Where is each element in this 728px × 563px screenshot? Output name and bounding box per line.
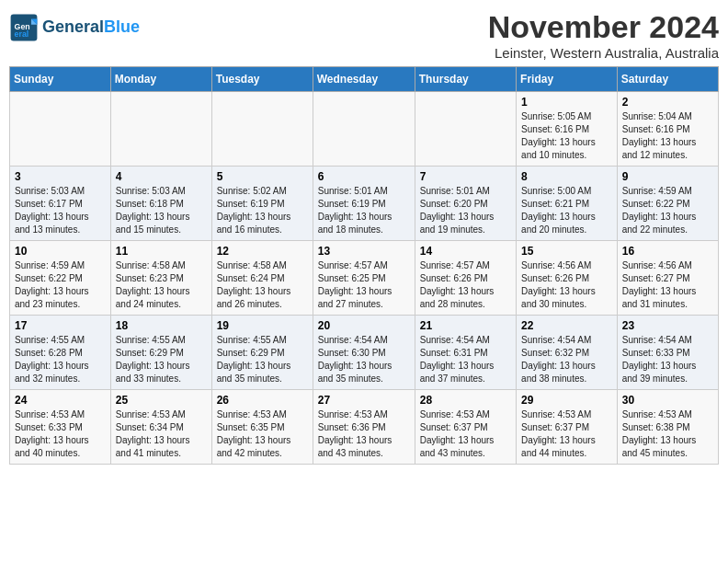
weekday-header: Friday bbox=[517, 67, 618, 92]
day-number: 14 bbox=[420, 245, 511, 258]
calendar-cell: 14Sunrise: 4:57 AM Sunset: 6:26 PM Dayli… bbox=[415, 241, 516, 316]
day-number: 27 bbox=[318, 394, 410, 407]
day-info: Sunrise: 4:54 AM Sunset: 6:30 PM Dayligh… bbox=[318, 335, 392, 384]
day-number: 2 bbox=[622, 96, 713, 109]
day-number: 29 bbox=[521, 394, 612, 407]
calendar-cell: 29Sunrise: 4:53 AM Sunset: 6:37 PM Dayli… bbox=[517, 390, 618, 465]
calendar-cell bbox=[110, 92, 211, 167]
calendar-week: 1Sunrise: 5:05 AM Sunset: 6:16 PM Daylig… bbox=[10, 92, 719, 167]
calendar-cell: 19Sunrise: 4:55 AM Sunset: 6:29 PM Dayli… bbox=[211, 316, 313, 390]
logo-text-line1: GeneralBlue bbox=[42, 18, 140, 37]
calendar-cell: 23Sunrise: 4:54 AM Sunset: 6:33 PM Dayli… bbox=[617, 316, 718, 390]
day-number: 7 bbox=[420, 170, 511, 183]
day-number: 4 bbox=[116, 170, 207, 183]
calendar-cell: 11Sunrise: 4:58 AM Sunset: 6:23 PM Dayli… bbox=[110, 241, 211, 316]
day-info: Sunrise: 4:53 AM Sunset: 6:34 PM Dayligh… bbox=[116, 409, 190, 458]
calendar-cell: 5Sunrise: 5:02 AM Sunset: 6:19 PM Daylig… bbox=[211, 167, 313, 241]
calendar-cell: 7Sunrise: 5:01 AM Sunset: 6:20 PM Daylig… bbox=[415, 167, 516, 241]
weekday-header: Sunday bbox=[10, 67, 111, 92]
calendar-table: SundayMondayTuesdayWednesdayThursdayFrid… bbox=[9, 66, 719, 465]
title-area: November 2024 Leinster, Western Australi… bbox=[488, 9, 719, 61]
calendar-cell bbox=[415, 92, 516, 167]
calendar-cell: 3Sunrise: 5:03 AM Sunset: 6:17 PM Daylig… bbox=[10, 167, 111, 241]
calendar-cell: 10Sunrise: 4:59 AM Sunset: 6:22 PM Dayli… bbox=[10, 241, 111, 316]
day-info: Sunrise: 4:56 AM Sunset: 6:26 PM Dayligh… bbox=[521, 260, 596, 309]
calendar-cell: 28Sunrise: 4:53 AM Sunset: 6:37 PM Dayli… bbox=[415, 390, 516, 465]
day-info: Sunrise: 4:53 AM Sunset: 6:38 PM Dayligh… bbox=[622, 409, 697, 458]
calendar-cell: 4Sunrise: 5:03 AM Sunset: 6:18 PM Daylig… bbox=[110, 167, 211, 241]
day-number: 12 bbox=[217, 245, 308, 258]
calendar-cell: 15Sunrise: 4:56 AM Sunset: 6:26 PM Dayli… bbox=[517, 241, 618, 316]
day-number: 1 bbox=[521, 96, 612, 109]
calendar-cell: 2Sunrise: 5:04 AM Sunset: 6:16 PM Daylig… bbox=[617, 92, 718, 167]
main-title: November 2024 bbox=[488, 9, 719, 45]
day-info: Sunrise: 4:53 AM Sunset: 6:33 PM Dayligh… bbox=[15, 409, 89, 458]
svg-text:eral: eral bbox=[15, 29, 29, 39]
day-number: 15 bbox=[521, 245, 612, 258]
calendar-cell: 17Sunrise: 4:55 AM Sunset: 6:28 PM Dayli… bbox=[10, 316, 111, 390]
day-number: 16 bbox=[622, 245, 713, 258]
day-info: Sunrise: 4:59 AM Sunset: 6:22 PM Dayligh… bbox=[15, 260, 89, 309]
calendar-body: 1Sunrise: 5:05 AM Sunset: 6:16 PM Daylig… bbox=[10, 92, 719, 465]
day-info: Sunrise: 4:53 AM Sunset: 6:37 PM Dayligh… bbox=[521, 409, 596, 458]
day-info: Sunrise: 4:53 AM Sunset: 6:37 PM Dayligh… bbox=[420, 409, 495, 458]
calendar-cell: 16Sunrise: 4:56 AM Sunset: 6:27 PM Dayli… bbox=[617, 241, 718, 316]
calendar-cell: 12Sunrise: 4:58 AM Sunset: 6:24 PM Dayli… bbox=[211, 241, 313, 316]
day-info: Sunrise: 4:56 AM Sunset: 6:27 PM Dayligh… bbox=[622, 260, 697, 309]
day-number: 8 bbox=[521, 170, 612, 183]
day-number: 22 bbox=[521, 319, 612, 332]
day-info: Sunrise: 4:53 AM Sunset: 6:35 PM Dayligh… bbox=[217, 409, 291, 458]
calendar-cell bbox=[313, 92, 415, 167]
day-number: 3 bbox=[15, 170, 106, 183]
calendar-header: SundayMondayTuesdayWednesdayThursdayFrid… bbox=[10, 67, 719, 92]
day-number: 5 bbox=[217, 170, 308, 183]
day-info: Sunrise: 4:54 AM Sunset: 6:32 PM Dayligh… bbox=[521, 335, 596, 384]
logo-icon: Gen eral bbox=[9, 13, 39, 42]
calendar-cell: 8Sunrise: 5:00 AM Sunset: 6:21 PM Daylig… bbox=[517, 167, 618, 241]
header: Gen eral GeneralBlue November 2024 Leins… bbox=[9, 9, 719, 61]
day-info: Sunrise: 4:55 AM Sunset: 6:29 PM Dayligh… bbox=[116, 335, 190, 384]
calendar-cell: 30Sunrise: 4:53 AM Sunset: 6:38 PM Dayli… bbox=[617, 390, 718, 465]
day-number: 13 bbox=[318, 245, 410, 258]
day-info: Sunrise: 4:54 AM Sunset: 6:33 PM Dayligh… bbox=[622, 335, 697, 384]
day-info: Sunrise: 4:59 AM Sunset: 6:22 PM Dayligh… bbox=[622, 186, 697, 235]
weekday-header: Monday bbox=[110, 67, 211, 92]
day-info: Sunrise: 4:57 AM Sunset: 6:26 PM Dayligh… bbox=[420, 260, 495, 309]
day-number: 21 bbox=[420, 319, 511, 332]
day-info: Sunrise: 4:55 AM Sunset: 6:28 PM Dayligh… bbox=[15, 335, 89, 384]
calendar-cell: 13Sunrise: 4:57 AM Sunset: 6:25 PM Dayli… bbox=[313, 241, 415, 316]
calendar-cell: 18Sunrise: 4:55 AM Sunset: 6:29 PM Dayli… bbox=[110, 316, 211, 390]
day-info: Sunrise: 4:53 AM Sunset: 6:36 PM Dayligh… bbox=[318, 409, 392, 458]
weekday-header: Saturday bbox=[617, 67, 718, 92]
day-info: Sunrise: 5:02 AM Sunset: 6:19 PM Dayligh… bbox=[217, 186, 291, 235]
calendar-cell: 27Sunrise: 4:53 AM Sunset: 6:36 PM Dayli… bbox=[313, 390, 415, 465]
calendar-cell: 20Sunrise: 4:54 AM Sunset: 6:30 PM Dayli… bbox=[313, 316, 415, 390]
day-number: 11 bbox=[116, 245, 207, 258]
calendar-cell bbox=[211, 92, 313, 167]
day-number: 30 bbox=[622, 394, 713, 407]
calendar-cell: 22Sunrise: 4:54 AM Sunset: 6:32 PM Dayli… bbox=[517, 316, 618, 390]
calendar-week: 3Sunrise: 5:03 AM Sunset: 6:17 PM Daylig… bbox=[10, 167, 719, 241]
calendar-cell: 6Sunrise: 5:01 AM Sunset: 6:19 PM Daylig… bbox=[313, 167, 415, 241]
day-number: 19 bbox=[217, 319, 308, 332]
day-info: Sunrise: 5:05 AM Sunset: 6:16 PM Dayligh… bbox=[521, 111, 596, 160]
day-number: 20 bbox=[318, 319, 410, 332]
calendar-cell: 25Sunrise: 4:53 AM Sunset: 6:34 PM Dayli… bbox=[110, 390, 211, 465]
calendar-cell: 9Sunrise: 4:59 AM Sunset: 6:22 PM Daylig… bbox=[617, 167, 718, 241]
calendar-week: 10Sunrise: 4:59 AM Sunset: 6:22 PM Dayli… bbox=[10, 241, 719, 316]
calendar-cell: 24Sunrise: 4:53 AM Sunset: 6:33 PM Dayli… bbox=[10, 390, 111, 465]
calendar-cell bbox=[10, 92, 111, 167]
day-number: 17 bbox=[15, 319, 106, 332]
calendar-week: 24Sunrise: 4:53 AM Sunset: 6:33 PM Dayli… bbox=[10, 390, 719, 465]
day-number: 23 bbox=[622, 319, 713, 332]
day-number: 26 bbox=[217, 394, 308, 407]
day-info: Sunrise: 5:00 AM Sunset: 6:21 PM Dayligh… bbox=[521, 186, 596, 235]
day-info: Sunrise: 5:03 AM Sunset: 6:18 PM Dayligh… bbox=[116, 186, 190, 235]
weekday-header: Wednesday bbox=[313, 67, 415, 92]
day-number: 18 bbox=[116, 319, 207, 332]
day-info: Sunrise: 5:03 AM Sunset: 6:17 PM Dayligh… bbox=[15, 186, 89, 235]
day-info: Sunrise: 4:57 AM Sunset: 6:25 PM Dayligh… bbox=[318, 260, 392, 309]
day-number: 24 bbox=[15, 394, 106, 407]
day-info: Sunrise: 5:01 AM Sunset: 6:20 PM Dayligh… bbox=[420, 186, 495, 235]
weekday-header: Tuesday bbox=[211, 67, 313, 92]
